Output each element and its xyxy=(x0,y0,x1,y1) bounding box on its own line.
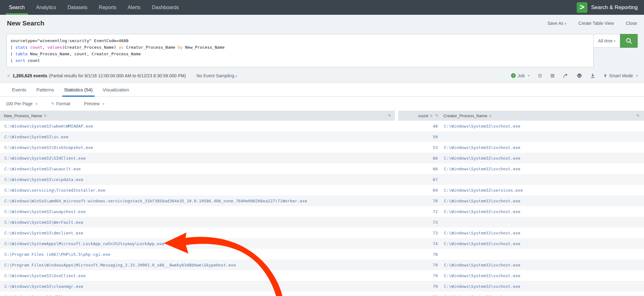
save-as-button[interactable]: Save As▾ xyxy=(547,21,566,26)
count-link[interactable]: 66 xyxy=(433,167,438,171)
count-link[interactable]: 79 xyxy=(433,273,438,278)
column-divider xyxy=(395,111,398,121)
close-button[interactable]: Close xyxy=(626,21,637,26)
preview-dropdown[interactable]: Preview▾ xyxy=(84,101,104,106)
tab-events[interactable]: Events xyxy=(7,83,31,96)
count-link[interactable]: 66 xyxy=(433,156,438,161)
process-name-link[interactable]: C:\Program Files\WindowsApps\Microsoft.M… xyxy=(4,263,236,267)
count-link[interactable]: 79 xyxy=(433,263,438,267)
creator-name-link[interactable]: C:\Windows\System32\svchost.exe xyxy=(444,273,520,278)
process-name-link[interactable]: C:\Windows\System32\dmclient.exe xyxy=(4,231,83,235)
process-name-link[interactable]: C:\Windows\WinSxS\amd64_microsoft-window… xyxy=(4,199,307,203)
count-link[interactable]: 48 xyxy=(433,124,438,129)
page-title: New Search xyxy=(7,19,44,27)
edit-column-icon[interactable]: ✎ xyxy=(388,113,391,118)
creator-name-link[interactable]: C:\Windows\System32\svchost.exe xyxy=(444,199,520,203)
process-name-link[interactable]: C:\Windows\System32\ceipdata.exe xyxy=(4,177,83,182)
search-button[interactable] xyxy=(620,34,638,48)
creator-name-link[interactable]: C:\Windows\System32\svchost.exe xyxy=(444,124,520,129)
nav-item-analytics[interactable]: Analytics xyxy=(31,0,62,15)
table-row: C:\Windows\System32\UsoClient.exe79C:\Wi… xyxy=(0,270,644,281)
chevron-down-icon: ▾ xyxy=(236,74,237,78)
print-button[interactable] xyxy=(577,73,582,78)
stop-job-button[interactable] xyxy=(550,74,555,78)
time-range-picker[interactable]: All time ▾ xyxy=(594,34,620,48)
process-name-link[interactable]: C:\Windows\System32\wbem\WMIADAP.exe xyxy=(4,124,93,129)
table-row: C:\Windows\System32\wuauclt.exe66C:\Wind… xyxy=(0,163,644,174)
creator-name-link[interactable]: C:\Windows\System32\svchost.exe xyxy=(444,209,520,214)
count-link[interactable]: 50 xyxy=(433,134,438,139)
column-header-creator-process-name[interactable]: Creator_Process_Name⇅ xyxy=(443,113,492,118)
column-header-count[interactable]: count⇅ xyxy=(398,113,433,118)
app-name: Search & Reporting xyxy=(591,4,638,11)
nav-item-alerts[interactable]: Alerts xyxy=(122,0,146,15)
tab-patterns[interactable]: Patterns xyxy=(31,83,59,96)
process-name-link[interactable]: C:\Windows\System32\wuapihost.exe xyxy=(4,209,86,214)
process-name-link[interactable]: C:\Windows\servicing\TrustedInstaller.ex… xyxy=(4,188,105,193)
process-name-link[interactable]: C:\Windows\SystemApps\Microsoft.LockApp_… xyxy=(4,241,164,246)
count-link[interactable]: 73 xyxy=(433,231,438,235)
process-name-link[interactable]: C:\Windows\System32\dllhost.exe xyxy=(4,295,81,296)
table-row: C:\Windows\System32\dmclient.exe73C:\Win… xyxy=(0,227,644,238)
creator-name-link[interactable]: C:\Windows\System32\services.exe xyxy=(444,188,523,193)
table-row: C:\Windows\System32\WerFault.exe73 xyxy=(0,217,644,227)
job-menu-button[interactable]: i Job ▾ xyxy=(511,73,530,78)
table-row: C:\Windows\System32\cleanmgr.exe79C:\Win… xyxy=(0,281,644,292)
count-link[interactable]: 73 xyxy=(433,220,438,225)
edit-column-icon[interactable]: ✎ xyxy=(636,113,640,118)
search-mode-dropdown[interactable]: Smart Mode ▾ xyxy=(603,73,638,78)
count-link[interactable]: 74 xyxy=(433,241,438,246)
tab-statistics[interactable]: Statistics (54) xyxy=(59,83,98,96)
table-row: C:\Windows\System32\SIHClient.exe66C:\Wi… xyxy=(0,153,644,163)
edit-column-icon[interactable]: ✎ xyxy=(435,113,438,118)
format-button[interactable]: ✎Format xyxy=(51,101,70,106)
stop-icon xyxy=(550,74,555,78)
creator-name-link[interactable]: C:\Windows\System32\svchost.exe xyxy=(444,284,520,289)
nav-item-reports[interactable]: Reports xyxy=(93,0,122,15)
process-name-link[interactable]: C:\Windows\System32\UsoClient.exe xyxy=(4,273,86,278)
column-header-new-process-name[interactable]: New_Process_Name ⇅ ✎ xyxy=(0,111,395,121)
table-row: C:\Windows\servicing\TrustedInstaller.ex… xyxy=(0,185,644,195)
process-name-link[interactable]: C:\Windows\System32\WerFault.exe xyxy=(4,220,83,225)
export-button[interactable] xyxy=(590,73,595,78)
create-table-view-button[interactable]: Create Table View xyxy=(578,21,614,26)
count-link[interactable]: 72 xyxy=(433,209,438,214)
nav-item-dashboards[interactable]: Dashboards xyxy=(146,0,185,15)
creator-name-link[interactable]: C:\Windows\System32\svchost.exe xyxy=(444,145,520,150)
creator-name-link[interactable]: C:\Windows\System32\svchost.exe xyxy=(444,241,520,246)
process-name-link[interactable]: C:\Windows\System32\wuauclt.exe xyxy=(4,167,81,171)
search-query[interactable]: sourcetype="wineventlog:security" EventC… xyxy=(6,34,594,67)
creator-name-link[interactable]: C:\Windows\System32\svchost.exe xyxy=(444,295,520,296)
app-identity[interactable]: > Search & Reporting xyxy=(577,0,644,15)
process-name-link[interactable]: C:\Windows\System32\sc.exe xyxy=(4,134,69,139)
result-tabs: Events Patterns Statistics (54) Visualiz… xyxy=(0,83,644,97)
results-table-header-right: count⇅ ✎ Creator_Process_Name⇅ ✎ xyxy=(398,111,644,121)
count-link[interactable]: 79 xyxy=(433,284,438,289)
count-link[interactable]: 79 xyxy=(433,295,438,296)
check-icon: ✓ xyxy=(7,73,11,78)
process-name-link[interactable]: C:\Windows\System32\cleanmgr.exe xyxy=(4,284,83,289)
tab-visualization[interactable]: Visualization xyxy=(98,83,134,96)
count-link[interactable]: 67 xyxy=(433,177,438,182)
nav-item-datasets[interactable]: Datasets xyxy=(62,0,93,15)
share-job-button[interactable] xyxy=(563,73,569,78)
process-name-link[interactable]: C:\Windows\System32\SIHClient.exe xyxy=(4,156,86,161)
per-page-dropdown[interactable]: 100 Per Page▾ xyxy=(6,101,37,106)
process-name-link[interactable]: C:\Windows\System32\DiskSnapshot.exe xyxy=(4,145,93,150)
creator-name-link[interactable]: C:\Windows\System32\svchost.exe xyxy=(444,167,520,171)
table-controls: 100 Per Page▾ ✎Format Preview▾ xyxy=(0,97,644,111)
pause-job-button[interactable] xyxy=(538,74,542,78)
creator-name-link[interactable]: C:\Windows\System32\svchost.exe xyxy=(444,263,520,267)
table-row: C:\Windows\SystemApps\Microsoft.LockApp_… xyxy=(0,238,644,249)
count-link[interactable]: 78 xyxy=(433,252,438,257)
count-link[interactable]: 70 xyxy=(433,199,438,203)
count-link[interactable]: 69 xyxy=(433,188,438,193)
event-sampling-dropdown[interactable]: No Event Sampling▾ xyxy=(197,73,237,78)
chevron-down-icon: ▾ xyxy=(528,74,530,77)
nav-item-search[interactable]: Search xyxy=(3,0,31,15)
creator-name-link[interactable]: C:\Windows\System32\svchost.exe xyxy=(444,156,520,161)
table-row: C:\Windows\System32\dllhost.exe79C:\Wind… xyxy=(0,292,644,296)
process-name-link[interactable]: C:\Program Files (x86)\PHP\v5.5\php-cgi.… xyxy=(4,252,110,257)
count-link[interactable]: 53 xyxy=(433,145,438,150)
creator-name-link[interactable]: C:\Windows\System32\svchost.exe xyxy=(444,231,520,235)
